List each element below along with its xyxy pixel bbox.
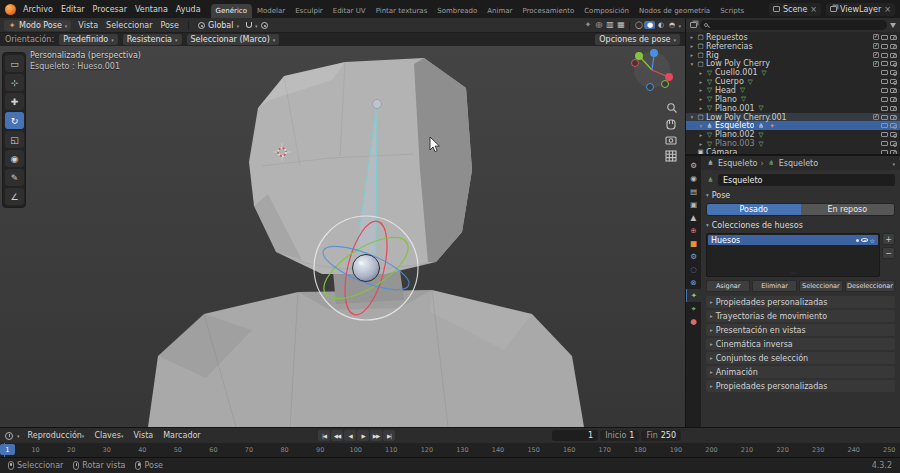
current-frame-field[interactable]: 1 [552,430,598,441]
blender-logo-icon[interactable] [5,4,16,15]
add-collection-button[interactable]: + [882,233,895,245]
panel-propiedades-personalizadas[interactable]: ▸Propiedades personalizadas [706,380,895,392]
visibility-eye-icon[interactable] [861,238,868,242]
outliner-row[interactable]: ▸▽Plano▽ [686,95,900,104]
jump-to-start-button[interactable]: |◀ [318,430,330,441]
hide-viewport-toggle[interactable] [881,70,888,75]
exclude-checkbox[interactable] [873,61,879,67]
hide-viewport-toggle[interactable] [881,97,888,102]
workspace-tab[interactable]: Nodos de geometría [634,4,715,18]
bone-collections-header[interactable]: ▾ Colecciones de huesos [706,220,895,230]
orientation-preset-dropdown[interactable]: Predefinido [59,34,118,45]
axis-y-ball[interactable] [635,52,643,60]
topbar-menu[interactable]: Editar [57,3,89,16]
workspace-tab[interactable]: Modelar [252,4,290,18]
axis-y-neg-ball[interactable] [662,81,669,88]
armature-name-field[interactable]: Esqueleto [718,174,895,186]
prev-keyframe-button[interactable]: ◀◀ [331,430,343,441]
disable-render-toggle[interactable] [890,79,897,84]
shading-dropdown-icon[interactable] [678,21,681,30]
disable-render-toggle[interactable] [890,115,897,120]
disable-render-toggle[interactable] [890,132,897,137]
hide-viewport-toggle[interactable] [881,150,888,154]
disable-render-toggle[interactable] [890,88,897,93]
timeline-editor-icon[interactable] [5,432,13,440]
bone-collection-item[interactable]: Huesos ☆ [708,235,878,245]
star-icon[interactable]: ☆ [870,237,875,244]
shading-solid-icon[interactable]: ● [644,21,655,29]
axis-x-neg-ball[interactable] [632,60,639,67]
panel-trayectorias-de-movimiento[interactable]: ▸Trayectorias de movimiento [706,310,895,322]
properties-tab-render[interactable]: ◉ [686,172,701,185]
bone-collections-list[interactable]: Huesos ☆ ⋯ [706,233,880,277]
playhead[interactable]: 1 [0,444,15,455]
overlays-toggle-icon[interactable]: ▥ [604,20,615,30]
workspace-tab[interactable]: Sombreado [432,4,482,18]
panel-conjuntos-de-selecci-n[interactable]: ▸Conjuntos de selección [706,352,895,364]
exclude-checkbox[interactable] [873,43,879,49]
properties-tab-view-layer[interactable]: ▣ [686,198,701,211]
next-keyframe-button[interactable]: ▶▶ [370,430,382,441]
axis-z-neg-ball[interactable] [647,84,654,91]
expand-arrow-icon[interactable]: ▸ [697,132,705,138]
disable-render-toggle[interactable] [890,97,897,102]
topbar-menu[interactable]: Ayuda [172,3,205,16]
outliner-row[interactable]: ▸▽Cuerpo▽ [686,77,900,86]
scene-selector[interactable]: Scene [769,3,821,16]
properties-tab-world[interactable]: ⊕ [686,224,701,237]
outliner-row[interactable]: ▸▽Plano.003▽ [686,139,900,148]
panel-presentaci-n-en-vistas[interactable]: ▸Presentación en vistas [706,324,895,336]
outliner-search-field[interactable] [700,20,887,30]
pose-position-posed-button[interactable]: Posado [707,204,801,215]
properties-tab-tool[interactable]: ⚙ [686,159,701,172]
filter-icon[interactable] [890,23,896,28]
outliner-row[interactable]: ▾▢Low Poly Cherry [686,60,900,69]
hide-viewport-toggle[interactable] [881,115,888,120]
mode-dropdown[interactable]: ✦ Modo Pose [4,20,71,31]
timeline-menu[interactable]: Vista [129,429,157,442]
workspace-tab[interactable]: Scripts [715,4,749,18]
viewport-menu[interactable]: Seleccionar [102,19,156,32]
properties-tab-object[interactable]: ■ [686,237,701,250]
3d-scene[interactable] [0,46,685,427]
properties-tab-constraints[interactable]: ⊗ [686,276,701,289]
expand-arrow-icon[interactable]: ▾ [688,61,696,67]
disable-render-toggle[interactable] [890,44,897,49]
select-mode-dropdown[interactable]: Seleccionar (Marco) [187,34,280,45]
topbar-menu[interactable]: Archivo [19,3,57,16]
viewport-menu[interactable]: Vista [74,19,102,32]
timeline-menu[interactable]: Reproducción [24,429,89,442]
tool-rotate[interactable]: ↻ [5,112,24,129]
outliner-row[interactable]: ▾▢Low Poly Cherry.001 [686,113,900,122]
hide-viewport-toggle[interactable] [881,53,888,58]
timeline-menu[interactable]: Claves [90,429,127,442]
workspace-tab[interactable]: Procesamiento [517,4,579,18]
outliner-row[interactable]: ▣Cámara [686,148,900,154]
expand-arrow-icon[interactable]: ▸ [688,52,696,58]
expand-arrow-icon[interactable]: ▸ [697,87,705,93]
properties-tab-physics[interactable]: ◌ [686,263,701,276]
tool-move[interactable]: ✚ [5,93,24,110]
panel-animaci-n[interactable]: ▸Animación [706,366,895,378]
timeline-menu[interactable]: Marcador [159,429,204,442]
viewport-menu[interactable]: Pose [156,19,183,32]
workspace-tab[interactable]: Pintar texturas [371,4,433,18]
snap-magnet-icon[interactable] [246,22,252,28]
outliner-row[interactable]: ▸▽Plano.001▽ [686,104,900,113]
view-layer-selector[interactable]: ViewLayer [826,3,895,16]
workspace-tab[interactable]: Editar UV [328,4,371,18]
outliner-row[interactable]: ▸▽Head▽ [686,86,900,95]
exclude-checkbox[interactable] [873,114,879,120]
pose-position-rest-button[interactable]: En reposo [801,204,895,215]
unlink-scene-icon[interactable] [810,5,817,14]
disable-render-toggle[interactable] [890,141,897,146]
play-button[interactable]: ▶ [357,430,369,441]
deseleccionar-button[interactable]: Deseleccionar [845,280,895,292]
outliner-row[interactable]: ▸▽Cuello.001▽ [686,68,900,77]
tool-scale[interactable]: ◱ [5,131,24,148]
exclude-checkbox[interactable] [873,34,879,40]
hide-viewport-toggle[interactable] [881,79,888,84]
hide-viewport-toggle[interactable] [881,44,888,49]
workspace-tab[interactable]: Esculpir [290,4,328,18]
disable-render-toggle[interactable] [890,106,897,111]
